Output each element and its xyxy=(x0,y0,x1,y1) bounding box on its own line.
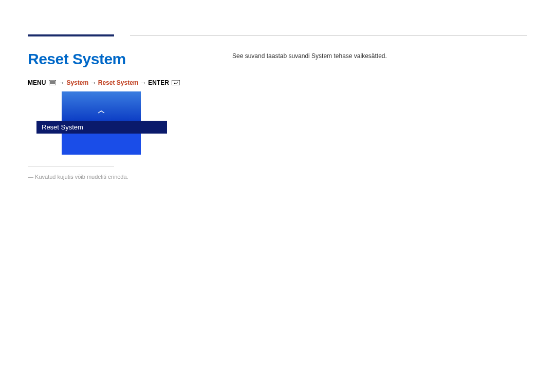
footnote-text: Kuvatud kujutis võib mudeliti erineda. xyxy=(35,174,128,180)
top-divider xyxy=(130,35,527,36)
chevron-up-icon xyxy=(97,107,105,116)
breadcrumb-system: System xyxy=(66,79,88,86)
osd-menu-preview xyxy=(62,91,141,121)
footnote: ― Kuvatud kujutis võib mudeliti erineda. xyxy=(28,174,128,180)
description-text: See suvand taastab suvandi System tehase… xyxy=(232,52,387,60)
breadcrumb-arrow: → xyxy=(59,79,65,86)
menu-bottom-area xyxy=(62,134,141,155)
accent-bar xyxy=(28,34,114,36)
page-title: Reset System xyxy=(28,50,126,68)
footnote-divider xyxy=(28,166,114,166)
menu-item-reset-system: Reset System xyxy=(36,121,167,134)
svg-rect-4 xyxy=(172,80,180,85)
enter-icon xyxy=(172,80,180,87)
breadcrumb-reset-system: Reset System xyxy=(98,79,139,86)
breadcrumb-enter: ENTER xyxy=(148,79,169,86)
breadcrumb-menu: MENU xyxy=(28,79,46,86)
menu-scroll-up-area xyxy=(62,91,141,121)
breadcrumb-arrow: → xyxy=(140,79,146,86)
footnote-prefix: ― xyxy=(28,174,33,180)
menu-icon xyxy=(49,80,56,87)
breadcrumb-arrow: → xyxy=(90,79,96,86)
breadcrumb: MENU → System → Reset System → ENTER xyxy=(28,79,180,87)
menu-item-label: Reset System xyxy=(42,123,83,131)
